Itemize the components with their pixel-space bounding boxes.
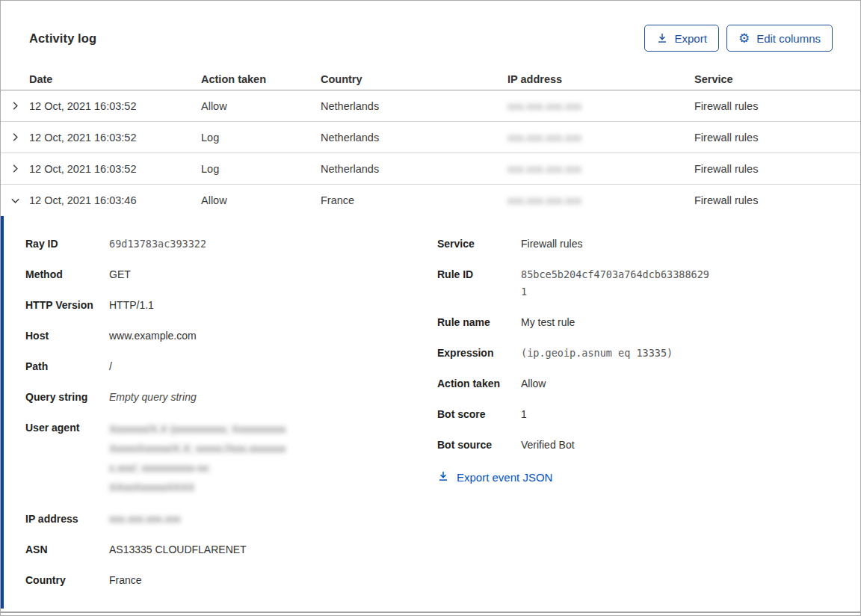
detail-right-column: Service Firewall rules Rule ID 85bce5b20…: [437, 235, 860, 609]
detail-label: Path: [25, 358, 109, 375]
detail-value: /: [109, 358, 112, 375]
detail-value: Empty query string: [109, 389, 197, 406]
table-row[interactable]: 12 Oct, 2021 16:03:52 Allow Netherlands …: [1, 90, 860, 122]
export-button[interactable]: Export: [644, 25, 719, 52]
column-header-ip-address: IP address: [507, 73, 694, 85]
cell-country: Netherlands: [321, 132, 507, 144]
detail-row-ip-address: IP address xxx.xxx.xxx.xxx: [25, 511, 437, 528]
chevron-right-icon: [10, 163, 21, 174]
detail-value: France: [109, 572, 142, 589]
detail-label: Action taken: [437, 375, 521, 392]
detail-value: Allow: [521, 375, 546, 392]
cell-action-taken: Allow: [201, 100, 321, 112]
toolbar: Export ⚙ Edit columns: [644, 25, 833, 52]
detail-value: (ip.geoip.asnum eq 13335): [521, 345, 673, 362]
column-header-country: Country: [321, 73, 507, 85]
export-event-json-link[interactable]: Export event JSON: [437, 470, 552, 484]
detail-label: Query string: [25, 389, 109, 406]
detail-row-service: Service Firewall rules: [437, 235, 860, 253]
expand-row-button[interactable]: [1, 153, 29, 184]
detail-row-user-agent: User agent Xxxxxxx/X.X (xxxxxxxxxx; Xxxx…: [25, 419, 437, 497]
table-row-expanded[interactable]: 12 Oct, 2021 16:03:46 Allow France xxx.x…: [1, 185, 860, 216]
detail-value: AS13335 CLOUDFLARENET: [109, 541, 247, 558]
cell-ip-address-redacted: xxx.xxx.xxx.xxx: [507, 163, 581, 175]
export-button-label: Export: [675, 32, 707, 45]
event-detail-panel: Ray ID 69d13783ac393322 Method GET HTTP …: [1, 216, 860, 609]
detail-value-user-agent-redacted: Xxxxxxx/X.X (xxxxxxxxxx; Xxxxxxxxxx Xxxx…: [109, 419, 286, 497]
cell-ip-address-redacted: xxx.xxx.xxx.xxx: [507, 100, 581, 112]
cell-action-taken: Log: [201, 163, 321, 175]
detail-row-asn: ASN AS13335 CLOUDFLARENET: [25, 541, 437, 558]
detail-value: 85bce5b204cf4703a764dcb633886291: [521, 266, 709, 301]
cell-service: Firewall rules: [694, 163, 860, 175]
detail-row-bot-score: Bot score 1: [437, 406, 860, 423]
detail-label: IP address: [25, 511, 109, 528]
cell-ip-address-redacted: xxx.xxx.xxx.xxx: [507, 132, 581, 144]
detail-row-ray-id: Ray ID 69d13783ac393322: [25, 235, 437, 253]
detail-row-query-string: Query string Empty query string: [25, 389, 437, 406]
detail-label: Rule ID: [437, 266, 521, 301]
detail-value: Firewall rules: [521, 235, 582, 253]
page-title: Activity log: [29, 31, 96, 46]
detail-label: Bot source: [437, 437, 521, 454]
cell-country: Netherlands: [321, 100, 507, 112]
expand-row-button[interactable]: [1, 122, 29, 153]
detail-value-ip-redacted: xxx.xxx.xxx.xxx: [109, 511, 181, 528]
detail-value: GET: [109, 266, 131, 283]
cell-date: 12 Oct, 2021 16:03:52: [29, 163, 201, 175]
cell-action-taken: Log: [201, 132, 321, 144]
column-header-action-taken: Action taken: [201, 73, 321, 85]
gear-icon: ⚙: [738, 32, 750, 45]
table-bottom-border: [1, 612, 860, 613]
expand-row-button[interactable]: [1, 90, 29, 121]
detail-label: Rule name: [437, 314, 521, 331]
detail-row-path: Path /: [25, 358, 437, 375]
detail-label: Country: [25, 572, 109, 589]
detail-row-http-version: HTTP Version HTTP/1.1: [25, 297, 437, 314]
detail-label: ASN: [25, 541, 109, 558]
detail-left-column: Ray ID 69d13783ac393322 Method GET HTTP …: [25, 235, 437, 609]
cell-service: Firewall rules: [694, 132, 860, 144]
detail-row-bot-source: Bot source Verified Bot: [437, 437, 860, 454]
cell-date: 12 Oct, 2021 16:03:52: [29, 132, 201, 144]
detail-label: HTTP Version: [25, 297, 109, 314]
edit-columns-button[interactable]: ⚙ Edit columns: [726, 25, 833, 52]
detail-value: www.example.com: [109, 327, 197, 345]
detail-row-action-taken: Action taken Allow: [437, 375, 860, 392]
collapse-row-button[interactable]: [1, 185, 29, 216]
detail-row-host: Host www.example.com: [25, 327, 437, 345]
page-header: Activity log Export ⚙ Edit columns: [1, 1, 860, 53]
detail-label: Method: [25, 266, 109, 283]
detail-value: 1: [521, 406, 527, 423]
detail-value: Verified Bot: [521, 437, 575, 454]
column-header-service: Service: [694, 73, 860, 85]
table-row[interactable]: 12 Oct, 2021 16:03:52 Log Netherlands xx…: [1, 153, 860, 185]
detail-label: Service: [437, 235, 521, 253]
edit-columns-button-label: Edit columns: [756, 32, 821, 45]
column-header-date: Date: [29, 73, 201, 85]
detail-label: Host: [25, 327, 109, 345]
download-icon: [437, 470, 449, 484]
cell-date: 12 Oct, 2021 16:03:46: [29, 194, 201, 206]
detail-value: 69d13783ac393322: [109, 235, 206, 253]
cell-action-taken: Allow: [201, 194, 321, 206]
chevron-right-icon: [10, 132, 21, 143]
download-icon: [656, 32, 668, 44]
cell-date: 12 Oct, 2021 16:03:52: [29, 100, 201, 112]
detail-row-method: Method GET: [25, 266, 437, 283]
table-row[interactable]: 12 Oct, 2021 16:03:52 Log Netherlands xx…: [1, 122, 860, 153]
chevron-right-icon: [10, 100, 21, 111]
detail-row-rule-name: Rule name My test rule: [437, 314, 860, 331]
detail-label: Expression: [437, 345, 521, 362]
chevron-down-icon: [10, 195, 21, 206]
detail-label: Ray ID: [25, 235, 109, 253]
detail-row-country: Country France: [25, 572, 437, 589]
cell-country: Netherlands: [321, 163, 507, 175]
cell-ip-address-redacted: xxx.xxx.xxx.xxx: [507, 194, 581, 206]
cell-service: Firewall rules: [694, 100, 860, 112]
export-event-json-label: Export event JSON: [457, 471, 552, 484]
detail-row-expression: Expression (ip.geoip.asnum eq 13335): [437, 345, 860, 362]
cell-country: France: [321, 194, 507, 206]
table-header-row: Date Action taken Country IP address Ser…: [1, 68, 860, 90]
detail-value: My test rule: [521, 314, 575, 331]
